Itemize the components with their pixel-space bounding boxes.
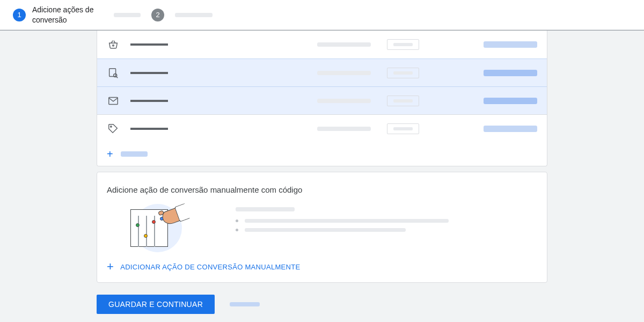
sliders-illustration <box>128 204 187 252</box>
mail-icon <box>107 94 120 107</box>
row-col2-skeleton <box>317 71 371 75</box>
row-col2-skeleton <box>317 127 371 131</box>
footer: GUARDAR E CONTINUAR <box>97 295 547 316</box>
step-2-number: 2 <box>151 9 164 21</box>
step-1-label: Adicione ações de conversão <box>32 5 107 24</box>
step-connector-skeleton <box>114 13 141 17</box>
manual-card-title: Adicione ação de conversão manualmente c… <box>107 185 537 194</box>
page-canvas: + Adicione ação de conversão manualmente… <box>0 30 644 322</box>
desc-line-skeleton <box>245 228 406 232</box>
desc-line-skeleton <box>245 219 449 223</box>
table-row[interactable] <box>97 114 547 142</box>
tag-icon <box>107 122 120 135</box>
plus-icon: + <box>107 261 114 273</box>
basket-icon <box>107 38 120 51</box>
conversion-rows-card: + <box>97 31 547 166</box>
step-2-label-skeleton <box>175 13 213 17</box>
row-chip[interactable] <box>387 68 419 78</box>
manual-desc <box>236 204 537 237</box>
manual-link-label: ADICIONAR AÇÃO DE CONVERSÃO MANUALMENTE <box>120 263 300 271</box>
add-row-button[interactable]: + <box>97 142 547 166</box>
secondary-link-skeleton[interactable] <box>230 302 260 306</box>
stepper: 1 Adicione ações de conversão 2 <box>0 0 644 30</box>
step-1[interactable]: 1 Adicione ações de conversão <box>13 5 107 24</box>
page-search-icon <box>107 67 120 79</box>
row-title-skeleton <box>130 43 168 46</box>
manual-conversion-card: Adicione ação de conversão manualmente c… <box>97 172 547 283</box>
add-manual-conversion-link[interactable]: + ADICIONAR AÇÃO DE CONVERSÃO MANUALMENT… <box>107 261 537 273</box>
step-1-number: 1 <box>13 9 26 21</box>
save-continue-button[interactable]: GUARDAR E CONTINUAR <box>97 295 215 314</box>
svg-point-0 <box>113 45 114 47</box>
row-action-skeleton[interactable] <box>484 126 537 132</box>
svg-point-4 <box>111 126 112 127</box>
row-title-skeleton <box>130 72 168 74</box>
row-title-skeleton <box>130 128 168 130</box>
row-title-skeleton <box>130 100 168 102</box>
row-chip[interactable] <box>387 123 419 134</box>
row-col2-skeleton <box>317 99 371 103</box>
desc-heading-skeleton <box>236 207 295 211</box>
row-col2-skeleton <box>317 42 371 47</box>
step-2[interactable]: 2 <box>151 9 164 21</box>
add-row-label-skeleton <box>121 151 148 157</box>
row-chip[interactable] <box>387 39 419 50</box>
row-action-skeleton[interactable] <box>484 70 537 76</box>
row-chip[interactable] <box>387 96 419 106</box>
table-row[interactable] <box>97 31 547 58</box>
plus-icon: + <box>107 149 113 159</box>
table-row[interactable] <box>97 58 547 86</box>
svg-rect-1 <box>109 68 116 76</box>
row-action-skeleton[interactable] <box>484 98 537 104</box>
table-row[interactable] <box>97 86 547 114</box>
row-action-skeleton[interactable] <box>484 41 537 48</box>
